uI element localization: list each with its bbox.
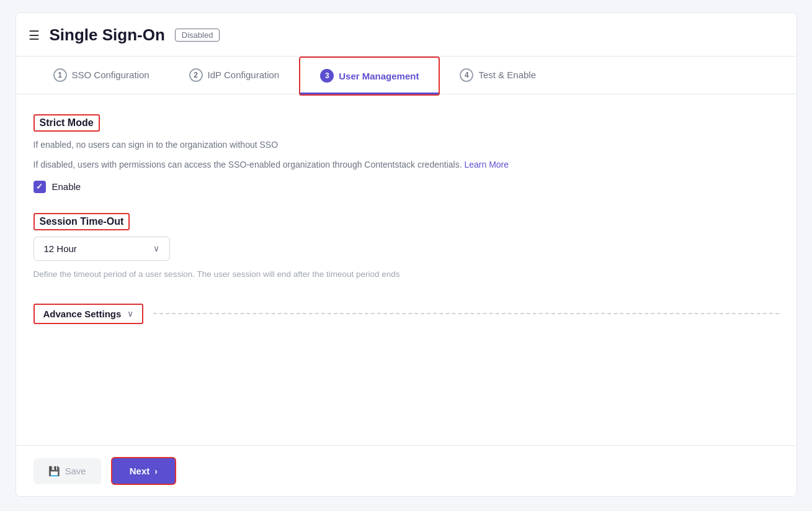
learn-more-link[interactable]: Learn More [464, 160, 509, 170]
tab-label-user-mgmt: User Management [339, 71, 419, 81]
header: ☰ Single Sign-On Disabled [16, 13, 796, 57]
strict-mode-section: Strict Mode If enabled, no users can sig… [33, 114, 779, 193]
main-container: ☰ Single Sign-On Disabled 1 SSO Configur… [16, 12, 797, 497]
strict-mode-desc1: If enabled, no users can sign in to the … [33, 138, 779, 151]
chevron-down-icon: ∨ [153, 243, 159, 253]
tab-label-test: Test & Enable [478, 70, 536, 80]
tab-label-idp: IdP Configuration [208, 70, 280, 80]
tab-idp-configuration[interactable]: 2 IdP Configuration [169, 57, 300, 94]
session-timeout-hint: Define the timeout period of a user sess… [33, 269, 779, 279]
strict-mode-title-wrapper: Strict Mode [33, 114, 779, 132]
menu-icon[interactable]: ☰ [29, 28, 40, 43]
tab-number-4: 4 [460, 68, 473, 82]
session-timeout-dropdown[interactable]: 12 Hour ∨ [33, 237, 170, 261]
checkmark-icon: ✓ [36, 182, 43, 191]
strict-mode-desc2: If disabled, users with permissions can … [33, 158, 779, 171]
strict-mode-checkbox-row: ✓ Enable [33, 181, 779, 193]
session-timeout-title: Session Time-Out [33, 213, 130, 230]
next-label: Next [130, 466, 150, 476]
tab-user-management-wrapper: 3 User Management [299, 57, 440, 96]
tab-user-management[interactable]: 3 User Management [300, 58, 439, 94]
save-label: Save [65, 466, 86, 476]
chevron-down-icon: ∨ [127, 309, 133, 319]
session-timeout-section: Session Time-Out 12 Hour ∨ Define the ti… [33, 213, 779, 279]
enable-checkbox[interactable]: ✓ [33, 181, 46, 193]
dropdown-value: 12 Hour [44, 243, 146, 254]
save-button[interactable]: 💾 Save [33, 458, 101, 484]
session-timeout-title-wrapper: Session Time-Out [33, 213, 779, 230]
next-button[interactable]: Next › [111, 457, 176, 485]
tab-number-3: 3 [320, 69, 334, 83]
advance-settings-label: Advance Settings [43, 309, 122, 319]
tab-sso-configuration[interactable]: 1 SSO Configuration [33, 57, 169, 94]
content-area: Strict Mode If enabled, no users can sig… [16, 94, 796, 445]
strict-mode-title: Strict Mode [33, 114, 100, 132]
enable-label: Enable [52, 181, 81, 192]
tabs-container: 1 SSO Configuration 2 IdP Configuration … [16, 57, 796, 94]
status-badge: Disabled [175, 29, 220, 42]
tab-number-1: 1 [53, 68, 67, 82]
footer: 💾 Save Next › [16, 445, 796, 496]
advance-settings-divider [153, 313, 779, 314]
advance-settings-section: Advance Settings ∨ [33, 304, 779, 324]
next-arrow-icon: › [154, 466, 158, 476]
tab-test-enable[interactable]: 4 Test & Enable [440, 57, 556, 94]
page-title: Single Sign-On [50, 25, 165, 45]
save-icon: 💾 [48, 466, 60, 477]
tab-label-sso: SSO Configuration [72, 70, 149, 80]
advance-settings-toggle[interactable]: Advance Settings ∨ [33, 304, 144, 324]
tab-number-2: 2 [189, 68, 203, 82]
